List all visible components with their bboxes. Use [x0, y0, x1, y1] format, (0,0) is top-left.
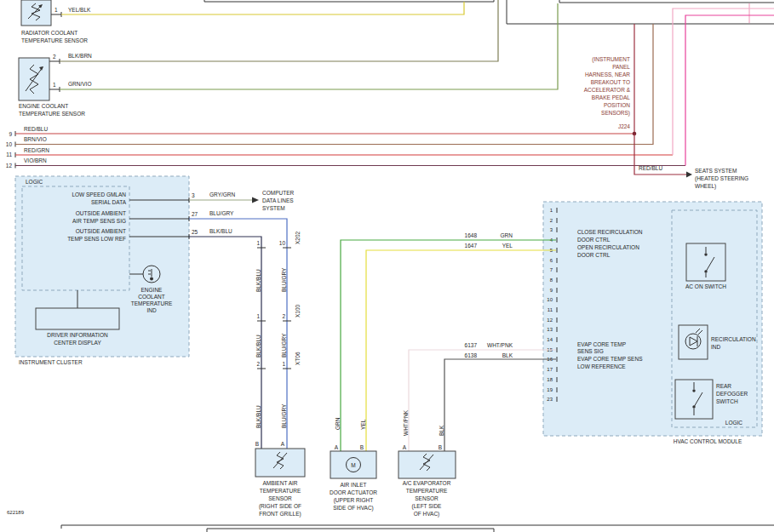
hvac-pin-number: 23 — [547, 397, 553, 402]
wire-color-label: BLK — [502, 352, 513, 358]
top-far-right-component-edge — [559, 0, 774, 3]
wire-color-label: BLK/BRN — [68, 53, 92, 59]
signal-label: TEMP SENS LOW REF — [67, 236, 126, 242]
bottom-center-component-edge — [207, 529, 494, 532]
wire-color-label: BLK/BLU — [255, 269, 261, 292]
radiator-coolant-temp-sensor: 1 YEL/BLK RADIATOR COOLANT TEMPERATURE S… — [21, 0, 464, 43]
component-label: TEMPERATURE SENSOR — [21, 37, 88, 43]
hvac-logic-label: LOGIC — [725, 420, 743, 426]
instrument-panel-bus-rows: 9 10 11 12 RED/BLU BRN/VIO RED/GRN VIO/B… — [6, 9, 774, 169]
circuit-number: 6138 — [465, 352, 478, 358]
pin-number: 1 — [53, 82, 56, 88]
wire-color-label: BLU/GRY — [281, 403, 287, 428]
dic-label: CENTER DISPLAY — [54, 340, 101, 346]
component-label: RADIATOR COOLANT — [21, 30, 77, 36]
pin-letter: A — [335, 444, 339, 450]
wire-grn-vio — [60, 3, 558, 89]
harness-note-line: ACCELERATOR & — [584, 87, 631, 93]
wire-blk-blu — [189, 237, 261, 449]
connector-pin: 1 — [256, 240, 260, 246]
component-label: TEMPERATURE — [260, 488, 301, 494]
wire-blu-gry — [189, 219, 287, 449]
thermometer-bulb — [150, 277, 153, 281]
component-label: AMBIENT AIR — [262, 480, 297, 486]
pin-number: 25 — [192, 229, 198, 235]
harness-note-line: SENSORS) — [601, 110, 630, 117]
ect-ind-label: COOLANT — [138, 294, 164, 300]
hvac-function-label: EVAP CORE TEMP SENS — [577, 356, 643, 362]
pin-number: 2 — [53, 54, 56, 60]
air-inlet-door-actuator: M A B GRN YEL AIR INLET DOOR ACTUATOR (U… — [330, 417, 377, 512]
wiring-diagram-canvas: LOGIC INSTRUMENT CLUSTER LOW SPEED GMLAN… — [0, 0, 774, 532]
computer-system-label: COMPUTER — [262, 190, 295, 196]
ect-ind-label: TEMPERATURE — [131, 300, 173, 306]
sensor-box — [255, 449, 305, 477]
wire-yel-blk — [61, 2, 464, 14]
hvac-module-title: HVAC CONTROL MODULE — [674, 438, 742, 444]
harness-note-line: BREAKOUT TO — [591, 79, 630, 85]
connector-pin: 10 — [279, 240, 286, 246]
pin-number: 27 — [192, 211, 198, 217]
wire-blk-brn — [60, 0, 498, 61]
wire-grn — [341, 240, 556, 451]
pin-number: 11 — [6, 152, 12, 157]
component-label: A/C EVAPORATOR — [403, 480, 451, 486]
wire-color-label: BLU/GRY — [209, 210, 234, 216]
ect-ind-label: ENGINE — [141, 287, 163, 293]
pin-number: 3 — [192, 192, 195, 198]
hvac-control-module: 1 2 3 4 5 6 7 8 9 10 11 12 13 14 15 16 1… — [543, 202, 762, 444]
component-label: (UPPER RIGHT — [334, 497, 374, 504]
dic-label: DRIVER INFORMATION — [47, 332, 108, 338]
cluster-title: INSTRUMENT CLUSTER — [19, 359, 83, 365]
hvac-pin-number: 12 — [547, 317, 553, 323]
harness-note-line: BRAKE PEDAL — [592, 94, 631, 100]
hvac-wires: 1648 GRN 1647 YEL 6137 WHT/PNK 6138 BLK — [341, 232, 556, 451]
circuit-number: 1647 — [465, 243, 478, 249]
wire-color-label: RED/GRN — [24, 147, 49, 153]
wire-color-label: BLK/BLU — [255, 405, 261, 428]
bottom-component-edge — [61, 525, 774, 529]
defogger-label: SWITCH — [716, 398, 738, 404]
switch-contact — [692, 405, 695, 408]
cluster-logic-label: LOGIC — [26, 179, 43, 185]
hvac-pin-number: 11 — [548, 307, 553, 312]
pin-number: 1 — [54, 7, 58, 13]
pin-letter: B — [255, 441, 259, 447]
switch-contact — [692, 389, 695, 392]
wire-color-label: YEL/BLK — [68, 7, 91, 13]
harness-note: (INSTRUMENT PANEL HARNESS, NEAR BREAKOUT… — [584, 56, 631, 129]
arrow-icon — [252, 197, 259, 203]
connector-name: X202 — [295, 231, 301, 244]
wire-color-label: BLK/BLU — [255, 335, 261, 358]
wire-color-label: WHT/PNK — [487, 342, 513, 348]
hvac-pin-number: 19 — [547, 387, 553, 392]
circuit-number: 1648 — [465, 232, 478, 238]
signal-label: AIR TEMP SENS SIG — [72, 218, 126, 224]
footer: 622189 — [7, 510, 774, 532]
signal-label: OUTSIDE AMBIENT — [76, 228, 126, 234]
wire-color-label: YEL — [502, 243, 513, 249]
seats-system-callout: RED/BLU SEATS SYSTEM (HEATED STEERING WH… — [634, 134, 748, 190]
defogger-label: REAR — [716, 383, 731, 389]
pin-number: 10 — [6, 141, 13, 147]
wire-magenta-riser — [685, 15, 774, 166]
wire-color-label: GRY/GRN — [209, 192, 236, 197]
signal-label: LOW SPEED GMLAN — [72, 192, 126, 197]
ambient-air-temp-sensor: AMBIENT AIR TEMPERATURE SENSOR (RIGHT SI… — [255, 449, 305, 518]
component-label: TEMPERATURE SENSOR — [19, 111, 85, 117]
component-label: ENGINE COOLANT — [19, 103, 68, 109]
connector-name: X100 — [295, 304, 301, 317]
pin-letter: A — [281, 441, 285, 447]
ac-on-switch-label: AC ON SWITCH — [685, 283, 726, 289]
hvac-function-label: LOW REFERENCE — [577, 363, 626, 369]
wire-color-label: WHT/PNK — [403, 409, 409, 436]
hvac-pin-number: 10 — [547, 297, 553, 302]
connector-pin: 1 — [282, 361, 285, 367]
hvac-pin-number: 17 — [547, 367, 553, 372]
wire-color-label: VIO/BRN — [24, 157, 47, 163]
harness-note-line: POSITION — [604, 102, 630, 108]
hvac-pin-number: 18 — [547, 377, 553, 382]
top-right-component-edge — [507, 0, 774, 24]
wire-color-label: BLK/BLU — [209, 228, 232, 234]
hvac-function-label: SENS SIG — [577, 348, 604, 354]
